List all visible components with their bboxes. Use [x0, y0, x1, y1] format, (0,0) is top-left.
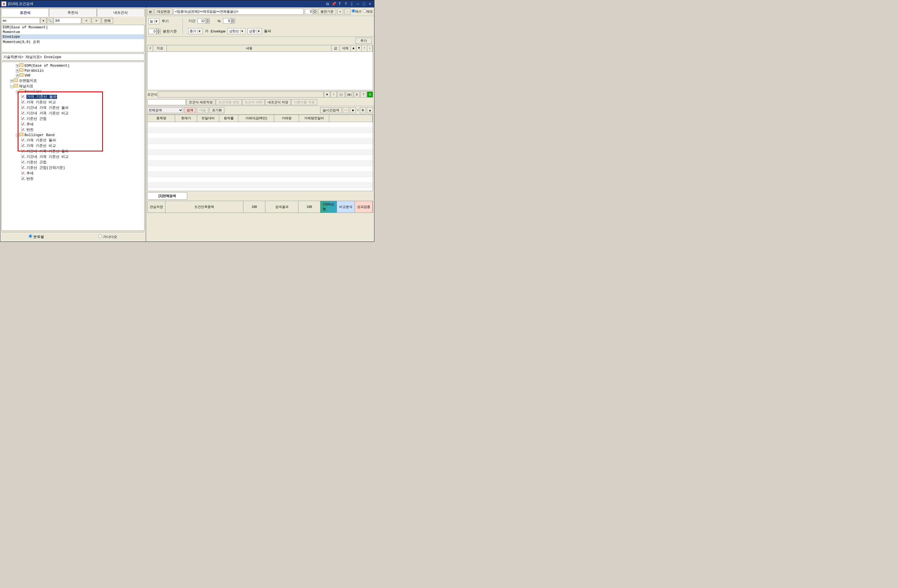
list-item[interactable]: EOM(Ease of Movement)	[2, 25, 144, 30]
down-icon[interactable]: ▼	[206, 21, 210, 24]
minus-button[interactable]: -	[344, 9, 351, 15]
down-icon[interactable]: ▼	[157, 31, 160, 34]
list-item[interactable]: Envelope	[2, 34, 144, 39]
maximize-icon[interactable]: □	[361, 2, 366, 6]
list-item[interactable]: Momentum	[2, 30, 144, 34]
down-icon[interactable]: ▼	[231, 21, 235, 24]
formula-input[interactable]	[158, 91, 323, 97]
collapse-icon[interactable]: -	[16, 134, 19, 137]
target-change-button[interactable]: 대상변경	[154, 9, 172, 15]
wishlist-button[interactable]: 관심저장	[148, 201, 165, 212]
range-stepper[interactable]: ▲▼	[198, 18, 210, 24]
minimize-icon[interactable]: ─	[355, 2, 360, 6]
pin-icon[interactable]: 📌	[331, 2, 336, 6]
title-bar: 9 [0150] 조건검색 ⧉ 📌 T ? | ─ □ ×	[0, 0, 374, 8]
search-scope-select[interactable]: 전체검색	[147, 107, 183, 113]
expand-icon[interactable]: +	[16, 74, 19, 77]
compare-button[interactable]: 비교분석	[337, 201, 355, 212]
collapse-icon[interactable]: -	[16, 90, 19, 93]
sort-by-name[interactable]: 가나다순	[98, 234, 117, 239]
expand-icon[interactable]: +	[16, 65, 19, 68]
spacer-icon: |	[349, 2, 354, 6]
stop-icon[interactable]: ■	[350, 107, 356, 113]
list-item[interactable]: Momentum(9,9) 순위	[2, 39, 144, 45]
target-num-stepper[interactable]: ▲▼	[305, 9, 317, 14]
col-volratio[interactable]: 거래량전일비	[299, 115, 329, 122]
direction-select[interactable]: 상향▾	[248, 28, 262, 34]
condition-name-input[interactable]	[147, 99, 186, 105]
move-bottom-icon[interactable]: ↓	[367, 45, 373, 51]
upper-select[interactable]: 상한선▾	[228, 28, 245, 34]
sort-by-class[interactable]: 분류별	[29, 234, 44, 239]
help-icon[interactable]: ?	[343, 2, 348, 6]
formula-dropdown-button[interactable]: ▼	[324, 91, 330, 97]
buy-radio[interactable]: 매수	[352, 9, 362, 14]
excel-icon[interactable]: X	[367, 91, 373, 97]
formula-otimes-button[interactable]: (⊗)	[346, 91, 353, 97]
verify-button[interactable]: 성과검증	[355, 201, 373, 212]
tab-my[interactable]: 내조건식	[97, 9, 145, 17]
realtime-search-button[interactable]: 실시간검색	[320, 107, 341, 113]
up-icon[interactable]: ▲	[231, 18, 235, 21]
col-volume[interactable]: 거래량	[274, 115, 299, 122]
col-name[interactable]: 종목명	[148, 115, 175, 122]
close-icon[interactable]: ×	[368, 2, 372, 6]
formula-not-button[interactable]: !	[331, 91, 337, 97]
new-condition-button[interactable]: 조건식 새로작성	[186, 99, 215, 105]
col-price[interactable]: 현재가	[175, 115, 197, 122]
collapse-icon[interactable]: -	[11, 85, 14, 88]
bong-stepper[interactable]: ▲▼	[148, 29, 160, 34]
sell-radio[interactable]: 매도	[363, 9, 373, 14]
search-icon[interactable]: 🔍	[47, 18, 53, 24]
folder-icon	[20, 63, 23, 67]
add-button[interactable]: 추가	[355, 38, 372, 44]
save-mine-button[interactable]: 내조건식 저장	[265, 99, 291, 105]
collapse-up-icon[interactable]: ▲	[367, 107, 373, 113]
chart-icon	[22, 143, 25, 147]
col-amount[interactable]: 거래대금(백만)	[238, 115, 274, 122]
rename-button[interactable]: 조건식명 변경	[216, 99, 241, 105]
close-select[interactable]: 종가▾	[188, 28, 203, 34]
result-tab[interactable]: [1]전체검색	[147, 192, 187, 200]
tab-recommend[interactable]: 추천식	[49, 9, 97, 17]
plus-button[interactable]: +	[337, 9, 343, 15]
sort-down-icon[interactable]: ▼	[356, 45, 362, 51]
formula-x-button[interactable]: X	[354, 91, 360, 97]
search-input[interactable]	[2, 18, 40, 24]
expand-icon[interactable]: +	[11, 80, 14, 83]
delete-condition-button[interactable]: 조건식 삭제	[242, 99, 264, 105]
next-button[interactable]: >	[92, 18, 101, 24]
formula-help-button[interactable]: ?	[360, 91, 366, 97]
up-icon[interactable]: ▲	[313, 9, 317, 12]
text-icon[interactable]: T	[337, 2, 342, 6]
bong-std-button[interactable]: 봉전기준	[318, 9, 336, 15]
ga-label: 가	[205, 29, 208, 34]
expand-icon[interactable]: +	[16, 69, 19, 72]
target-field: <업종대상(전체)><제외없음><전체월결산>	[174, 9, 304, 15]
up-icon[interactable]: ▲	[206, 18, 210, 21]
next-result-button[interactable]: 다음	[197, 107, 208, 113]
save-as-button[interactable]: 다른이름 저장	[291, 99, 317, 105]
page-indicator[interactable]	[54, 18, 81, 24]
formula-paren-button[interactable]: ( )	[337, 91, 345, 97]
sort-up-icon[interactable]: ▲	[351, 45, 356, 51]
down-icon[interactable]: ▼	[313, 12, 317, 14]
col-rate[interactable]: 등락률	[219, 115, 238, 122]
move-top-icon[interactable]: ↑	[362, 45, 367, 51]
pct-stepper[interactable]: ▲▼	[223, 18, 235, 24]
col-change[interactable]: 전일대비	[197, 115, 219, 122]
gear-icon[interactable]: ⚙	[360, 107, 366, 113]
toggle-icon[interactable]: ▨	[147, 9, 153, 15]
tab-condition[interactable]: 조건식	[2, 9, 49, 17]
all-button[interactable]: 전체	[101, 18, 113, 24]
dropdown-icon[interactable]: ▾	[40, 18, 46, 24]
reset-button[interactable]: 초기화	[209, 107, 224, 113]
prev-button[interactable]: <	[82, 18, 91, 24]
search-button[interactable]: 검색	[184, 107, 196, 113]
layout-icon[interactable]: ⧉	[325, 2, 330, 6]
chart-icon[interactable]: 〰	[343, 107, 349, 113]
period-unit-select[interactable]: 일▾	[148, 18, 159, 24]
up-icon[interactable]: ▲	[157, 29, 160, 31]
search-results-list[interactable]: EOM(Ease of Movement) Momentum Envelope …	[2, 25, 145, 52]
indicator-tree[interactable]: +EOM(Ease of Movement) +Parabolic +VHF +…	[2, 62, 145, 231]
